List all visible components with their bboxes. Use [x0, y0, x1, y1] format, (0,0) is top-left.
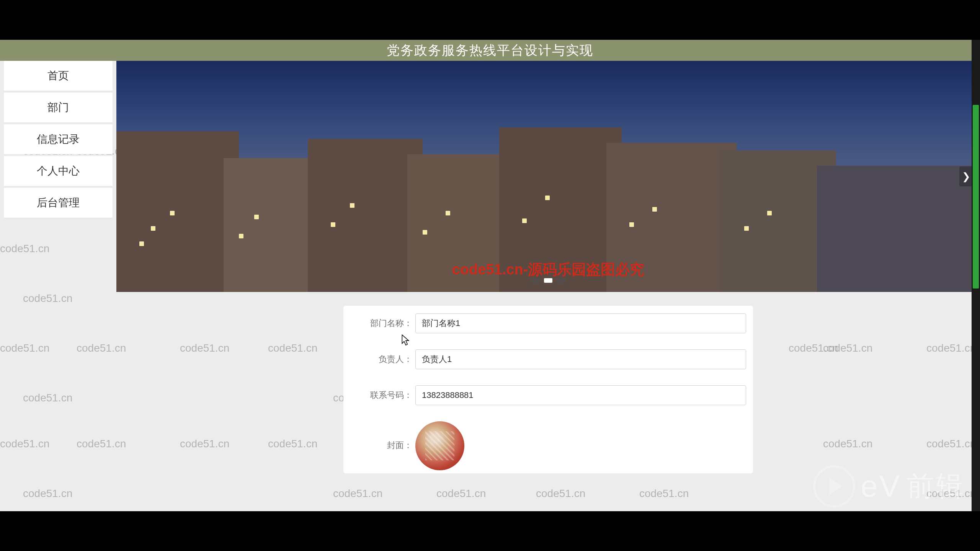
phone-label: 联系号码： [350, 390, 415, 401]
app-header: 党务政务服务热线平台设计与实现 [0, 40, 980, 61]
scrollbar[interactable] [972, 40, 980, 511]
sidebar-item-dept[interactable]: 部门 [4, 93, 113, 122]
app-title: 党务政务服务热线平台设计与实现 [387, 42, 593, 59]
phone-input[interactable] [415, 385, 746, 405]
banner-caption: code51.cn-源码乐园盗图必究 [452, 260, 645, 279]
dept-name-input[interactable] [415, 313, 746, 333]
sidebar-item-profile[interactable]: 个人中心 [4, 156, 113, 186]
scrollbar-thumb[interactable] [973, 105, 979, 289]
carousel-dot-2[interactable] [556, 278, 565, 283]
sidebar-item-home[interactable]: 首页 [4, 61, 113, 91]
sidebar-item-label: 首页 [47, 68, 69, 83]
sidebar-item-label: 个人中心 [37, 164, 80, 178]
carousel-dot-1[interactable] [544, 278, 552, 283]
sidebar-item-records[interactable]: 信息记录 [4, 124, 113, 154]
main-content: code51.cn-源码乐园盗图必究 ❯ 部门名称： 负责人： [116, 61, 980, 473]
hero-banner: code51.cn-源码乐园盗图必究 ❯ [116, 61, 980, 292]
dept-form-card: 部门名称： 负责人： 联系号码： 封面： [343, 306, 753, 473]
cover-label: 封面： [350, 421, 415, 451]
carousel-dots [532, 278, 565, 283]
sidebar: 首页 部门 信息记录 个人中心 后台管理 [0, 61, 116, 473]
sidebar-item-admin[interactable]: 后台管理 [4, 188, 113, 218]
dept-name-label: 部门名称： [350, 318, 415, 329]
carousel-next-button[interactable]: ❯ [959, 166, 973, 186]
sidebar-item-label: 信息记录 [37, 132, 80, 147]
sidebar-item-label: 部门 [47, 100, 69, 115]
owner-input[interactable] [415, 349, 746, 369]
carousel-dot-0[interactable] [532, 278, 540, 283]
owner-label: 负责人： [350, 354, 415, 365]
cover-thumbnail[interactable] [415, 421, 464, 470]
chevron-right-icon: ❯ [962, 171, 970, 183]
sidebar-item-label: 后台管理 [37, 196, 80, 210]
